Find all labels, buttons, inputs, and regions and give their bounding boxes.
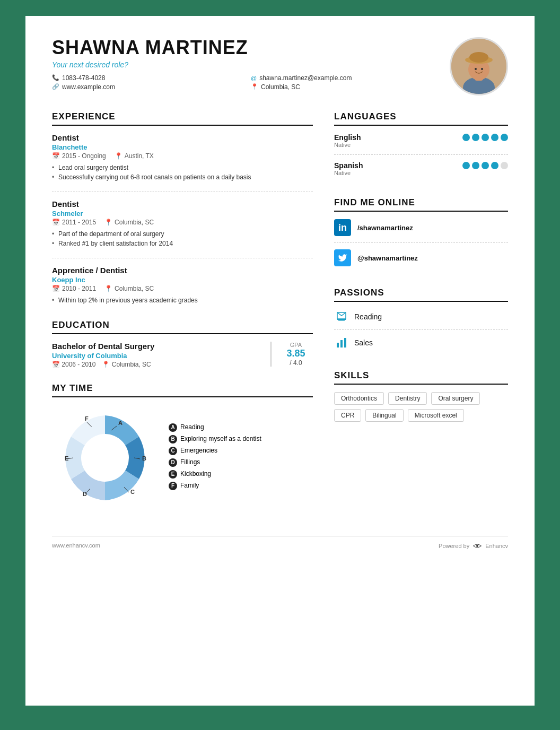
linkedin-handle: /shawnamartinez [357, 224, 413, 232]
passion-reading-label: Reading [354, 312, 382, 321]
svg-rect-21 [337, 319, 346, 320]
lang-english-name: English [334, 133, 361, 142]
lang-spanish-top: Spanish [334, 161, 508, 170]
dot-4 [491, 134, 498, 141]
online-twitter: @shawnamartinez [334, 249, 508, 273]
contact-phone: 📞 1083-478-4028 [52, 74, 240, 82]
dot-2 [472, 134, 479, 141]
legend-label-a: Reading [180, 423, 204, 432]
pin-icon-3: 📍 [104, 285, 112, 292]
legend-letter-c: C [169, 447, 177, 455]
legend-label-e: Kickboxing [180, 470, 211, 479]
job-1-meta: 📅 2015 - Ongoing 📍 Austin, TX [52, 152, 313, 160]
mytime-content: A B C D E F [52, 405, 313, 511]
contact-website: 🔗 www.example.com [52, 83, 240, 91]
location-icon: 📍 [251, 83, 258, 90]
skill-dentistry: Dentistry [388, 392, 427, 405]
phone-value: 1083-478-4028 [62, 74, 105, 82]
footer-brand-name: Enhancv [485, 543, 508, 549]
svg-point-8 [81, 434, 129, 482]
footer: www.enhancv.com Powered by Enhancv [52, 536, 508, 550]
web-icon: 🔗 [52, 83, 59, 90]
svg-rect-25 [344, 338, 346, 347]
job-1-bullets: Lead oral surgery dentist Successfully c… [52, 163, 313, 182]
linkedin-icon: in [334, 219, 351, 236]
contact-email: @ shawna.martinez@example.com [251, 74, 439, 82]
online-linkedin: in /shawnamartinez [334, 219, 508, 243]
legend-label-f: Family [180, 481, 199, 490]
svg-text:C: C [130, 489, 135, 495]
skill-bilingual: Bilingual [365, 409, 403, 422]
lang-english-level: Native [334, 142, 508, 148]
skill-orthodontics: Orthodontics [334, 392, 384, 405]
legend-item-d: D Fillings [169, 458, 261, 467]
footer-left: www.enhancv.com [52, 542, 100, 550]
job-1-location: 📍 Austin, TX [115, 152, 154, 160]
calendar-icon-2: 📅 [52, 219, 60, 226]
gpa-label: GPA [279, 342, 313, 348]
twitter-icon [334, 249, 351, 266]
passion-sales: Sales [334, 335, 508, 355]
job-1-bullet-2: Successfully carrying out 6-8 root canal… [52, 172, 313, 182]
job-2-bullet-1: Part of the department of oral surgery [52, 229, 313, 239]
edu-meta: 📅 2006 - 2010 📍 Columbia, SC [52, 361, 265, 368]
main-content: EXPERIENCE Dentist Blanchette 📅 2015 - O… [52, 111, 508, 526]
legend-list: A Reading B Exploring myself as a dentis… [169, 423, 261, 493]
website-value: www.example.com [62, 83, 115, 91]
job-2-bullet-2: Ranked #1 by client satisfaction for 201… [52, 239, 313, 248]
edu-gpa: GPA 3.85 / 4.0 [270, 342, 313, 367]
find-online-title: FIND ME ONLINE [334, 197, 508, 212]
job-1-company: Blanchette [52, 143, 313, 151]
twitter-handle: @shawnamartinez [357, 254, 418, 262]
dot-5 [501, 134, 508, 141]
enhancv-logo-icon [472, 542, 483, 550]
job-3-bullets: Within top 2% in previous years academic… [52, 296, 313, 305]
languages-section: LANGUAGES English Native [334, 111, 508, 183]
gpa-value: 3.85 [279, 348, 313, 359]
job-3-meta: 📅 2010 - 2011 📍 Columbia, SC [52, 285, 313, 292]
svg-point-5 [469, 52, 488, 63]
header-left: SHAWNA MARTINEZ Your next desired role? … [52, 37, 439, 91]
passion-reading: Reading [334, 309, 508, 330]
legend-letter-e: E [169, 470, 177, 479]
edu-dates: 📅 2006 - 2010 [52, 361, 95, 368]
svg-text:A: A [118, 420, 122, 426]
job-2: Dentist Schmeler 📅 2011 - 2015 📍 Columbi… [52, 199, 313, 248]
mytime-title: MY TIME [52, 383, 313, 397]
job-3-dates: 📅 2010 - 2011 [52, 285, 96, 292]
lang-spanish-name: Spanish [334, 161, 363, 170]
experience-title: EXPERIENCE [52, 111, 313, 126]
legend-letter-f: F [169, 482, 177, 490]
dot-1 [462, 134, 470, 141]
profile-photo [450, 37, 508, 95]
sdot-3 [482, 162, 489, 169]
edu-school: University of Columbia [52, 352, 265, 360]
sales-icon [334, 335, 349, 350]
find-online-section: FIND ME ONLINE in /shawnamartinez @shawn… [334, 197, 508, 273]
legend-item-b: B Exploring myself as a dentist [169, 434, 261, 444]
header-name: SHAWNA MARTINEZ [52, 37, 439, 58]
passion-sales-label: Sales [354, 338, 373, 347]
email-icon: @ [251, 75, 257, 81]
calendar-icon: 📅 [52, 152, 60, 160]
job-3-title: Apprentice / Dentist [52, 266, 313, 275]
edu-item: Bachelor of Dental Surgery University of… [52, 342, 313, 368]
gpa-max: / 4.0 [279, 359, 313, 367]
job-2-dates: 📅 2011 - 2015 [52, 219, 96, 226]
phone-icon: 📞 [52, 74, 59, 81]
job-divider-1 [52, 192, 313, 192]
pin-icon-edu: 📍 [102, 361, 110, 368]
job-divider-2 [52, 258, 313, 258]
calendar-icon-edu: 📅 [52, 361, 60, 368]
job-3-bullet-1: Within top 2% in previous years academic… [52, 296, 313, 305]
edu-main: Bachelor of Dental Surgery University of… [52, 342, 265, 368]
left-column: EXPERIENCE Dentist Blanchette 📅 2015 - O… [52, 111, 313, 526]
job-3-location: 📍 Columbia, SC [104, 285, 154, 292]
job-2-title: Dentist [52, 199, 313, 208]
svg-text:F: F [85, 415, 89, 422]
svg-point-26 [476, 545, 478, 547]
language-spanish: Spanish Native [334, 161, 508, 183]
sdot-5 [501, 162, 508, 169]
sdot-4 [491, 162, 498, 169]
email-value: shawna.martinez@example.com [259, 74, 352, 82]
